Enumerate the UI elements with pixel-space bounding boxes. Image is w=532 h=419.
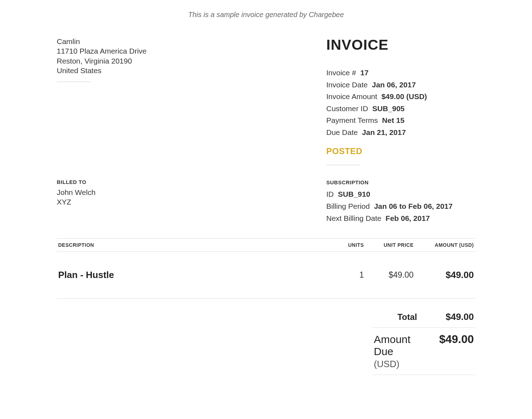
header-section: Camlin 11710 Plaza America Drive Reston,… bbox=[57, 37, 475, 165]
from-address-block: Camlin 11710 Plaza America Drive Reston,… bbox=[57, 37, 146, 82]
billed-to-heading: BILLED TO bbox=[57, 179, 95, 186]
from-country: United States bbox=[57, 66, 146, 75]
col-amount: AMOUNT (USD) bbox=[415, 239, 475, 252]
invoice-number-row: Invoice # 17 bbox=[326, 67, 475, 79]
invoice-meta-block: INVOICE Invoice # 17 Invoice Date Jan 06… bbox=[326, 37, 475, 165]
invoice-number-value: 17 bbox=[360, 69, 368, 77]
billed-to-block: BILLED TO John Welch XYZ bbox=[57, 179, 95, 207]
amount-due-label: Amount Due (USD) bbox=[374, 333, 417, 370]
amount-due-currency: (USD) bbox=[374, 359, 399, 369]
billed-to-name: John Welch bbox=[57, 187, 95, 197]
amount-due-label-text: Amount Due bbox=[374, 333, 410, 357]
customer-id-value: SUB_905 bbox=[372, 104, 405, 113]
invoice-document: This is a sample invoice generated by Ch… bbox=[57, 0, 475, 389]
col-unit-price: UNIT PRICE bbox=[365, 239, 415, 252]
table-header-row: DESCRIPTION UNITS UNIT PRICE AMOUNT (USD… bbox=[57, 239, 475, 252]
status-badge: POSTED bbox=[326, 146, 475, 156]
cell-description: Plan - Hustle bbox=[57, 252, 326, 299]
next-billing-label: Next Billing Date bbox=[326, 214, 381, 222]
col-units: UNITS bbox=[326, 239, 365, 252]
cell-unit-price: $49.00 bbox=[365, 252, 415, 299]
next-billing-value: Feb 06, 2017 bbox=[386, 214, 430, 222]
payment-terms-value: Net 15 bbox=[382, 116, 404, 124]
subscription-id-label: ID bbox=[326, 190, 334, 198]
col-description: DESCRIPTION bbox=[57, 239, 326, 252]
divider bbox=[326, 165, 360, 165]
document-title: INVOICE bbox=[326, 37, 475, 53]
due-date-value: Jan 21, 2017 bbox=[362, 128, 406, 136]
customer-id-label: Customer ID bbox=[326, 104, 368, 113]
from-street: 11710 Plaza America Drive bbox=[57, 46, 146, 56]
total-value: $49.00 bbox=[431, 311, 474, 322]
invoice-date-label: Invoice Date bbox=[326, 81, 368, 89]
billed-to-company: XYZ bbox=[57, 197, 95, 207]
invoice-amount-label: Invoice Amount bbox=[326, 92, 377, 100]
sample-note: This is a sample invoice generated by Ch… bbox=[57, 11, 475, 19]
invoice-date-row: Invoice Date Jan 06, 2017 bbox=[326, 79, 475, 91]
amount-due-row: Amount Due (USD) $49.00 bbox=[372, 328, 475, 375]
divider bbox=[57, 82, 90, 82]
parties-section: BILLED TO John Welch XYZ SUBSCRIPTION ID… bbox=[57, 179, 475, 224]
cell-units: 1 bbox=[326, 252, 365, 299]
total-label: Total bbox=[397, 312, 417, 322]
payment-terms-row: Payment Terms Net 15 bbox=[326, 114, 475, 126]
line-items-table: DESCRIPTION UNITS UNIT PRICE AMOUNT (USD… bbox=[57, 238, 475, 299]
from-city-state-zip: Reston, Virginia 20190 bbox=[57, 56, 146, 66]
invoice-amount-row: Invoice Amount $49.00 (USD) bbox=[326, 91, 475, 103]
payment-terms-label: Payment Terms bbox=[326, 116, 378, 124]
billing-period-row: Billing Period Jan 06 to Feb 06, 2017 bbox=[326, 200, 475, 212]
from-name: Camlin bbox=[57, 37, 146, 46]
invoice-date-value: Jan 06, 2017 bbox=[372, 81, 416, 89]
total-row: Total $49.00 bbox=[372, 306, 475, 328]
invoice-number-label: Invoice # bbox=[326, 69, 356, 77]
subscription-block: SUBSCRIPTION ID SUB_910 Billing Period J… bbox=[326, 179, 475, 224]
cell-amount: $49.00 bbox=[415, 252, 475, 299]
subscription-id-value: SUB_910 bbox=[338, 190, 370, 198]
billing-period-value: Jan 06 to Feb 06, 2017 bbox=[374, 202, 453, 210]
due-date-row: Due Date Jan 21, 2017 bbox=[326, 126, 475, 138]
totals-block: Total $49.00 Amount Due (USD) $49.00 bbox=[57, 306, 475, 375]
table-row: Plan - Hustle 1 $49.00 $49.00 bbox=[57, 252, 475, 299]
due-date-label: Due Date bbox=[326, 128, 358, 136]
invoice-amount-value: $49.00 (USD) bbox=[381, 92, 427, 100]
customer-id-row: Customer ID SUB_905 bbox=[326, 103, 475, 115]
amount-due-value: $49.00 bbox=[431, 333, 474, 346]
subscription-id-row: ID SUB_910 bbox=[326, 188, 475, 200]
billing-period-label: Billing Period bbox=[326, 202, 370, 210]
subscription-heading: SUBSCRIPTION bbox=[326, 179, 475, 186]
next-billing-row: Next Billing Date Feb 06, 2017 bbox=[326, 212, 475, 224]
